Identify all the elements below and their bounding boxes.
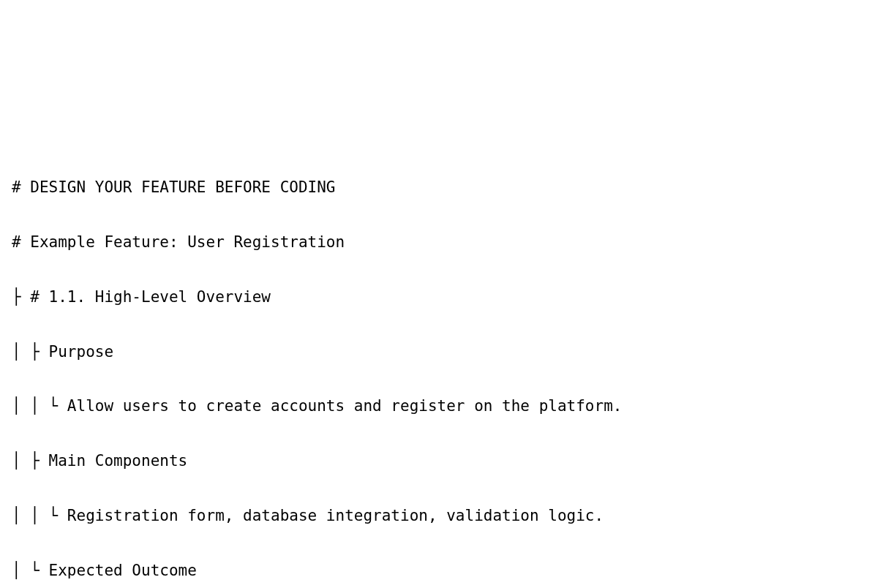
tree-line: │ │ └ Registration form, database integr… — [12, 502, 872, 529]
tree-line: ├ # 1.1. High-Level Overview — [12, 284, 872, 311]
tree-line: # Example Feature: User Registration — [12, 229, 872, 256]
tree-line: │ ├ Main Components — [12, 448, 872, 475]
tree-line: │ ├ Purpose — [12, 339, 872, 366]
tree-line: # DESIGN YOUR FEATURE BEFORE CODING — [12, 174, 872, 201]
tree-line: │ │ └ Allow users to create accounts and… — [12, 393, 872, 420]
document-tree: # DESIGN YOUR FEATURE BEFORE CODING # Ex… — [0, 137, 872, 588]
tree-line: │ └ Expected Outcome — [12, 557, 872, 584]
